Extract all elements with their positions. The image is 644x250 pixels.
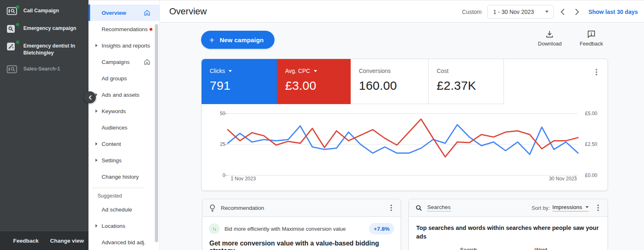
campaign-item[interactable]: Call Campaign: [0, 2, 88, 20]
sidebar-item-settings[interactable]: Settings: [88, 152, 159, 168]
download-button[interactable]: Download: [538, 30, 562, 47]
sidebar-item-advanced-bid-adj[interactable]: Advanced bid adj.: [88, 234, 159, 250]
lightbulb-icon: [209, 204, 216, 212]
date-range-mode-label: Custom: [462, 9, 482, 15]
uplift-badge[interactable]: +7.8%: [369, 223, 394, 234]
chevron-right-icon: [95, 142, 98, 145]
plus-icon: +: [209, 36, 214, 44]
nav-scrollbar[interactable]: [155, 24, 158, 242]
searches-card-title[interactable]: Searches: [427, 204, 451, 211]
campaign-sidebar: Call CampaignEmergency campaignEmergency…: [0, 0, 88, 250]
new-recommendations-badge: [150, 28, 152, 31]
nav-item-label: Ads and assets: [102, 92, 139, 98]
time-series-chart[interactable]: [202, 59, 608, 191]
campaign-label: Emergency dentist In Bletchingley: [23, 42, 83, 57]
searches-card: Searches Sort by: Impressions Top search…: [408, 199, 608, 250]
campaign-item[interactable]: Emergency dentist In Bletchingley: [0, 38, 88, 61]
nav-item-label: Change history: [102, 174, 139, 180]
chevron-right-icon: [95, 159, 98, 162]
sidebar-item-audiences[interactable]: Audiences: [88, 119, 159, 136]
nav-item-label: Locations: [102, 223, 125, 229]
nav-item-label: Content: [102, 141, 121, 147]
sort-by-dropdown[interactable]: Impressions: [552, 204, 589, 211]
chevron-right-icon: [95, 93, 98, 96]
nav-divider: [92, 188, 144, 188]
new-campaign-button[interactable]: + New campaign: [201, 31, 274, 49]
x-axis-end-label: 30 Nov 2023: [542, 176, 577, 182]
sidebar-feedback-button[interactable]: Feedback: [13, 238, 39, 244]
nav-section-label: Suggested: [88, 191, 159, 201]
date-range-picker[interactable]: 1 - 30 Nov 2023: [487, 5, 554, 19]
previous-period-button[interactable]: [557, 7, 568, 17]
show-last-30-days-link[interactable]: Show last 30 days: [588, 9, 638, 15]
sidebar-item-ad-schedule[interactable]: Ad schedule: [88, 201, 159, 218]
status-dot-icon: [16, 5, 19, 9]
recommendation-card: Recommendation ↑↓ Bid more efficiently w…: [202, 199, 401, 250]
campaign-label: Sales-Search-1: [23, 65, 60, 74]
campaign-list: Call CampaignEmergency campaignEmergency…: [0, 0, 88, 78]
chevron-down-icon: [545, 11, 549, 13]
nav-item-label: Audiences: [102, 125, 127, 131]
sidebar-item-keywords[interactable]: Keywords: [88, 103, 159, 119]
sidebar-item-overview[interactable]: Overview: [88, 5, 159, 21]
column-header-word: Word: [535, 247, 547, 250]
call-campaign-icon: [7, 7, 18, 16]
chevron-right-icon: [95, 44, 98, 47]
nav-item-label: Settings: [102, 157, 122, 164]
chevron-right-icon: [95, 224, 98, 227]
recommendation-headline: Get more conversion value with a value-b…: [209, 240, 394, 250]
nav-item-label: Keywords: [102, 108, 126, 114]
more-vert-icon[interactable]: [388, 203, 395, 213]
sidebar-item-campaigns[interactable]: Campaigns: [88, 54, 159, 70]
y2-axis-tick: £2.50: [585, 141, 597, 148]
y2-axis-tick: £0.00: [585, 172, 597, 179]
nav-item-label: Recommendations: [102, 26, 148, 32]
nav-item-label: Advanced bid adj.: [102, 239, 145, 245]
campaign-label: Call Campaign: [23, 7, 59, 16]
y2-axis-tick: £5.00: [585, 110, 597, 117]
call-campaign-icon: [7, 65, 18, 74]
nav-item-label: Overview: [102, 10, 126, 16]
more-vert-icon[interactable]: [594, 203, 602, 213]
chevron-right-icon: [95, 109, 98, 113]
page-header: Overview Custom 1 - 30 Nov 2023 Show las…: [160, 0, 644, 23]
nav-item-label: Insights and reports: [102, 43, 150, 49]
feedback-icon: [587, 30, 596, 39]
overview-chart-card: Clicks791Avg. CPC£3.00Conversions160.00C…: [201, 59, 608, 191]
y-axis-tick: 0: [213, 172, 225, 179]
campaign-item[interactable]: Sales-Search-1: [0, 61, 88, 78]
change-view-button[interactable]: Change view: [50, 238, 84, 244]
y-axis-tick: 25: [213, 141, 225, 148]
download-icon: [545, 30, 554, 39]
home-icon: [144, 10, 150, 16]
sidebar-item-ad-groups[interactable]: Ad groups: [88, 70, 159, 86]
searches-card-header: Searches Sort by: Impressions: [409, 199, 608, 217]
sidebar-footer: Feedback Change view: [0, 231, 88, 250]
recommendation-item[interactable]: ↑↓ Bid more efficiently with Maximise co…: [209, 223, 394, 234]
section-nav: OverviewRecommendationsInsights and repo…: [88, 0, 160, 250]
next-period-button[interactable]: [571, 7, 583, 17]
search-campaign-icon: [7, 25, 18, 34]
sidebar-item-locations[interactable]: Locations: [88, 218, 159, 234]
sidebar-item-insights-and-reports[interactable]: Insights and reports: [88, 37, 159, 54]
home-icon: [144, 59, 150, 65]
recommendation-card-header: Recommendation: [202, 199, 401, 217]
sidebar-item-recommendations[interactable]: Recommendations: [88, 21, 159, 37]
collapse-nav-button[interactable]: [84, 91, 96, 103]
sidebar-item-content[interactable]: Content: [88, 136, 159, 152]
y-axis-tick: 50: [213, 110, 225, 117]
campaign-label: Emergency campaign: [23, 24, 76, 34]
campaign-item[interactable]: Emergency campaign: [0, 20, 88, 38]
search-icon: [415, 205, 422, 211]
sidebar-item-ads-and-assets[interactable]: Ads and assets: [88, 86, 159, 103]
nav-item-label: Ad groups: [102, 75, 127, 82]
smart-campaign-icon: [7, 42, 18, 51]
searches-description: Top searches and words within searches w…: [416, 224, 604, 241]
sidebar-item-change-history[interactable]: Change history: [88, 168, 159, 185]
recommendation-card-title: Recommendation: [221, 205, 264, 211]
date-range-value: 1 - 30 Nov 2023: [493, 9, 534, 15]
feedback-button[interactable]: Feedback: [580, 30, 603, 47]
nav-item-label: Campaigns: [102, 59, 129, 65]
main-content: Overview Custom 1 - 30 Nov 2023 Show las…: [160, 0, 644, 250]
chevron-left-icon: [88, 95, 92, 100]
